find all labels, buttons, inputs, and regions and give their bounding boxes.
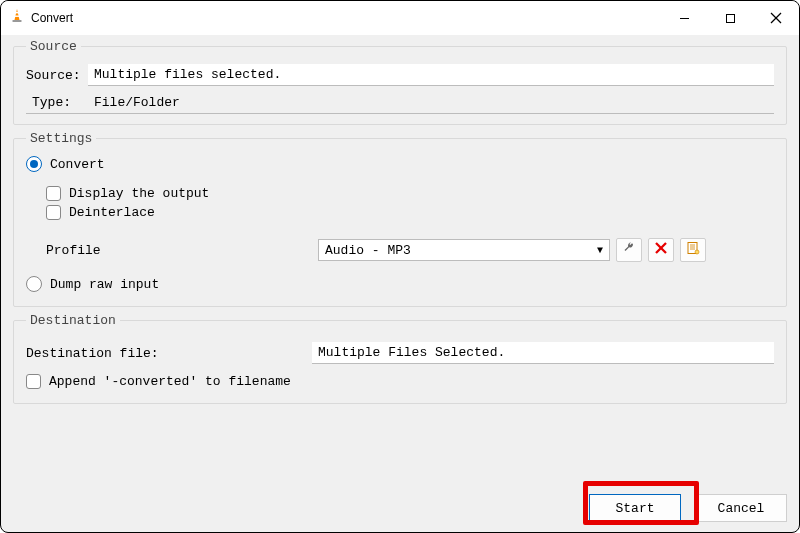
new-profile-icon bbox=[686, 241, 700, 259]
maximize-button[interactable] bbox=[707, 1, 753, 35]
dump-raw-label: Dump raw input bbox=[50, 277, 159, 292]
source-row: Source: bbox=[26, 64, 774, 86]
svg-rect-5 bbox=[726, 14, 734, 22]
start-button[interactable]: Start bbox=[589, 494, 681, 522]
svg-rect-1 bbox=[15, 12, 18, 13]
profile-row: Profile Audio - MP3 ▼ bbox=[26, 238, 774, 262]
dest-file-row: Destination file: bbox=[26, 342, 774, 364]
titlebar: Convert bbox=[1, 1, 799, 35]
convert-dialog: Convert Source Source: Type: File/Folder bbox=[0, 0, 800, 533]
deinterlace-label: Deinterlace bbox=[69, 205, 155, 220]
destination-legend: Destination bbox=[26, 313, 120, 328]
source-input[interactable] bbox=[88, 64, 774, 86]
append-label: Append '-converted' to filename bbox=[49, 374, 291, 389]
svg-point-14 bbox=[695, 250, 699, 254]
type-value: File/Folder bbox=[94, 95, 180, 110]
display-output-label: Display the output bbox=[69, 186, 209, 201]
display-output-checkbox[interactable] bbox=[46, 186, 61, 201]
source-legend: Source bbox=[26, 39, 81, 54]
new-profile-button[interactable] bbox=[680, 238, 706, 262]
type-label: Type: bbox=[32, 95, 94, 110]
window-controls bbox=[661, 1, 799, 35]
cancel-button-label: Cancel bbox=[718, 501, 765, 516]
dump-raw-radio[interactable] bbox=[26, 276, 42, 292]
wrench-icon bbox=[622, 241, 636, 259]
deinterlace-checkbox[interactable] bbox=[46, 205, 61, 220]
edit-profile-button[interactable] bbox=[616, 238, 642, 262]
convert-radio[interactable] bbox=[26, 156, 42, 172]
svg-rect-3 bbox=[13, 20, 22, 22]
settings-group: Settings Convert Display the output Dein… bbox=[13, 131, 787, 307]
delete-profile-button[interactable] bbox=[648, 238, 674, 262]
dump-raw-row[interactable]: Dump raw input bbox=[26, 276, 774, 292]
start-button-label: Start bbox=[615, 501, 654, 516]
dest-file-input[interactable] bbox=[312, 342, 774, 364]
convert-radio-label: Convert bbox=[50, 157, 105, 172]
vlc-icon bbox=[9, 8, 25, 28]
settings-legend: Settings bbox=[26, 131, 96, 146]
cancel-button[interactable]: Cancel bbox=[695, 494, 787, 522]
minimize-button[interactable] bbox=[661, 1, 707, 35]
deinterlace-row[interactable]: Deinterlace bbox=[46, 205, 774, 220]
append-row[interactable]: Append '-converted' to filename bbox=[26, 374, 774, 389]
dialog-footer: Start Cancel bbox=[1, 490, 799, 532]
svg-rect-2 bbox=[15, 16, 19, 17]
profile-select[interactable]: Audio - MP3 ▼ bbox=[318, 239, 610, 261]
dest-file-label: Destination file: bbox=[26, 346, 312, 361]
source-group: Source Source: Type: File/Folder bbox=[13, 39, 787, 125]
source-label: Source: bbox=[26, 68, 88, 83]
svg-marker-0 bbox=[15, 9, 20, 20]
append-checkbox[interactable] bbox=[26, 374, 41, 389]
profile-value: Audio - MP3 bbox=[325, 243, 411, 258]
type-row: Type: File/Folder bbox=[26, 92, 774, 114]
convert-radio-row[interactable]: Convert bbox=[26, 156, 774, 172]
display-output-row[interactable]: Display the output bbox=[46, 186, 774, 201]
close-button[interactable] bbox=[753, 1, 799, 35]
destination-group: Destination Destination file: Append '-c… bbox=[13, 313, 787, 404]
window-title: Convert bbox=[31, 11, 73, 25]
chevron-down-icon: ▼ bbox=[597, 245, 603, 256]
dialog-content: Source Source: Type: File/Folder Setting… bbox=[1, 35, 799, 490]
profile-label: Profile bbox=[26, 243, 312, 258]
delete-icon bbox=[655, 242, 667, 258]
